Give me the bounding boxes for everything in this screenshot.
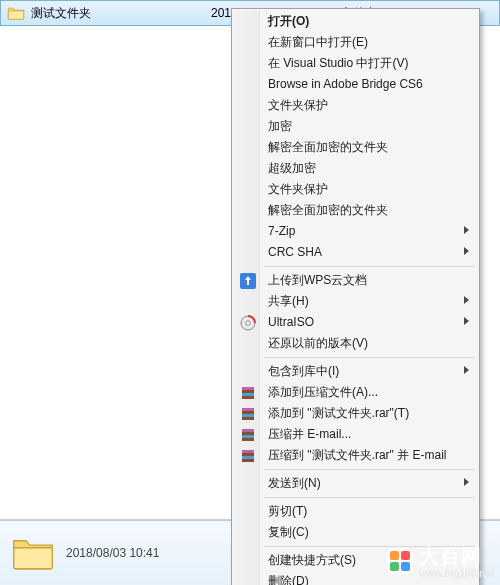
svg-rect-8 — [242, 414, 254, 417]
menu-open-label: 打开(O) — [268, 14, 309, 28]
svg-rect-11 — [242, 435, 254, 438]
menu-compress-name-email[interactable]: 压缩到 "测试文件夹.rar" 并 E-mail — [234, 445, 477, 466]
svg-rect-4 — [242, 387, 254, 390]
svg-rect-14 — [242, 456, 254, 459]
menu-decrypt-all-1[interactable]: 解密全面加密的文件夹 — [234, 137, 477, 158]
rar-icon — [240, 427, 256, 443]
svg-point-2 — [246, 321, 250, 325]
menu-cut[interactable]: 剪切(T) — [234, 501, 477, 522]
submenu-arrow-icon — [464, 366, 469, 374]
svg-rect-10 — [242, 429, 254, 432]
menu-add-archive-name-label: 添加到 "测试文件夹.rar"(T) — [268, 406, 409, 420]
menu-send-to-label: 发送到(N) — [268, 476, 321, 490]
submenu-arrow-icon — [464, 247, 469, 255]
menu-folder-protect-1-label: 文件夹保护 — [268, 98, 328, 112]
menu-decrypt-all-1-label: 解密全面加密的文件夹 — [268, 140, 388, 154]
menu-super-encrypt[interactable]: 超级加密 — [234, 158, 477, 179]
submenu-arrow-icon — [464, 317, 469, 325]
menu-open-vs-label: 在 Visual Studio 中打开(V) — [268, 56, 409, 70]
menu-compress-email[interactable]: 压缩并 E-mail... — [234, 424, 477, 445]
menu-ultraiso[interactable]: UltraISO — [234, 312, 477, 333]
menu-separator — [264, 266, 475, 267]
menu-open-new-window[interactable]: 在新窗口中打开(E) — [234, 32, 477, 53]
menu-upload-wps[interactable]: 上传到WPS云文档 — [234, 270, 477, 291]
rar-icon — [240, 448, 256, 464]
menu-separator — [264, 469, 475, 470]
submenu-arrow-icon — [464, 226, 469, 234]
menu-add-archive-label: 添加到压缩文件(A)... — [268, 385, 378, 399]
menu-separator — [264, 497, 475, 498]
submenu-arrow-icon — [464, 478, 469, 486]
menu-ultraiso-label: UltraISO — [268, 315, 314, 329]
menu-browse-bridge-label: Browse in Adobe Bridge CS6 — [268, 77, 423, 91]
menu-open-new-window-label: 在新窗口中打开(E) — [268, 35, 368, 49]
status-date: 2018/08/03 10:41 — [66, 546, 159, 560]
watermark-logo-icon — [387, 548, 413, 574]
menu-crc-sha[interactable]: CRC SHA — [234, 242, 477, 263]
menu-7zip[interactable]: 7-Zip — [234, 221, 477, 242]
menu-crc-sha-label: CRC SHA — [268, 245, 322, 259]
menu-folder-protect-2[interactable]: 文件夹保护 — [234, 179, 477, 200]
menu-copy[interactable]: 复制(C) — [234, 522, 477, 543]
menu-open-visual-studio[interactable]: 在 Visual Studio 中打开(V) — [234, 53, 477, 74]
folder-large-icon — [12, 532, 54, 574]
menu-separator — [264, 357, 475, 358]
menu-share-label: 共享(H) — [268, 294, 309, 308]
menu-add-archive-name[interactable]: 添加到 "测试文件夹.rar"(T) — [234, 403, 477, 424]
menu-add-archive[interactable]: 添加到压缩文件(A)... — [234, 382, 477, 403]
folder-icon — [7, 6, 25, 20]
menu-include-library[interactable]: 包含到库中(I) — [234, 361, 477, 382]
svg-rect-13 — [242, 450, 254, 453]
menu-7zip-label: 7-Zip — [268, 224, 295, 238]
watermark: 大百网 www.big100.net — [387, 543, 494, 579]
watermark-brand: 大百网 — [419, 545, 482, 567]
rar-icon — [240, 406, 256, 422]
wps-icon — [240, 273, 256, 289]
menu-folder-protect-1[interactable]: 文件夹保护 — [234, 95, 477, 116]
menu-encrypt-label: 加密 — [268, 119, 292, 133]
menu-upload-wps-label: 上传到WPS云文档 — [268, 273, 367, 287]
menu-send-to[interactable]: 发送到(N) — [234, 473, 477, 494]
menu-delete-label: 删除(D) — [268, 574, 309, 585]
ultraiso-icon — [240, 315, 256, 331]
menu-decrypt-all-2[interactable]: 解密全面加密的文件夹 — [234, 200, 477, 221]
menu-compress-email-label: 压缩并 E-mail... — [268, 427, 351, 441]
context-menu: 打开(O) 在新窗口中打开(E) 在 Visual Studio 中打开(V) … — [231, 8, 480, 585]
submenu-arrow-icon — [464, 296, 469, 304]
menu-restore-previous-label: 还原以前的版本(V) — [268, 336, 368, 350]
svg-rect-5 — [242, 393, 254, 396]
menu-super-encrypt-label: 超级加密 — [268, 161, 316, 175]
menu-create-shortcut-label: 创建快捷方式(S) — [268, 553, 356, 567]
menu-folder-protect-2-label: 文件夹保护 — [268, 182, 328, 196]
rar-icon — [240, 385, 256, 401]
menu-open[interactable]: 打开(O) — [234, 11, 477, 32]
menu-share[interactable]: 共享(H) — [234, 291, 477, 312]
menu-encrypt[interactable]: 加密 — [234, 116, 477, 137]
menu-copy-label: 复制(C) — [268, 525, 309, 539]
menu-decrypt-all-2-label: 解密全面加密的文件夹 — [268, 203, 388, 217]
menu-compress-name-email-label: 压缩到 "测试文件夹.rar" 并 E-mail — [268, 448, 447, 462]
svg-rect-7 — [242, 408, 254, 411]
watermark-url: www.big100.net — [419, 568, 494, 579]
file-name: 测试文件夹 — [31, 5, 211, 22]
menu-include-library-label: 包含到库中(I) — [268, 364, 339, 378]
menu-restore-previous[interactable]: 还原以前的版本(V) — [234, 333, 477, 354]
menu-cut-label: 剪切(T) — [268, 504, 307, 518]
menu-browse-bridge[interactable]: Browse in Adobe Bridge CS6 — [234, 74, 477, 95]
